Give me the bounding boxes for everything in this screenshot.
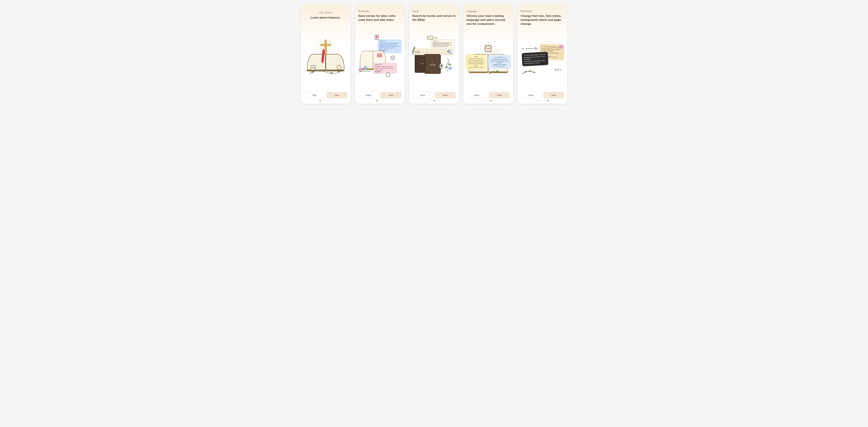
- highlight-marks: [377, 54, 382, 54]
- page-title: Search by books and verses in the Bible.: [412, 14, 456, 22]
- verse-reference: 2 Kings 8:3: [432, 40, 453, 42]
- add-notes-link[interactable]: Add Notes: [375, 71, 396, 72]
- svg-point-22: [412, 50, 414, 53]
- page-title: Learn about features.: [304, 16, 347, 20]
- svg-point-24: [496, 71, 499, 72]
- svg-point-20: [450, 68, 451, 68]
- notes-label: Additional Notes: [375, 69, 396, 71]
- magnifier-icon: [447, 50, 452, 54]
- leaf-decoration: [412, 43, 420, 55]
- svg-point-8: [360, 69, 361, 70]
- next-button[interactable]: Next: [489, 92, 510, 98]
- back-button[interactable]: Back: [358, 92, 379, 98]
- svg-point-23: [491, 71, 494, 73]
- page-dot[interactable]: [325, 100, 326, 101]
- page-dot[interactable]: [374, 100, 375, 101]
- illustration-features: xA: [304, 20, 347, 92]
- page-dot[interactable]: [331, 100, 332, 101]
- page-dot[interactable]: [488, 100, 489, 101]
- page-dot[interactable]: [485, 100, 486, 101]
- verse-number-tag: 1: [427, 36, 433, 39]
- page-dot[interactable]: [542, 100, 543, 101]
- font-size-small-icon: Aa: [522, 47, 524, 50]
- next-button[interactable]: Next: [435, 92, 456, 98]
- page-dot[interactable]: [328, 100, 329, 101]
- theme-preview-dark: 1 This is the genealogy of Jesus the Mes…: [522, 52, 549, 66]
- foliage-decoration: [521, 68, 536, 75]
- svg-point-14: [445, 66, 448, 68]
- page-dot[interactable]: [379, 100, 380, 101]
- onboarding-screen-2: Bookmarks Save verses for later, color c…: [355, 5, 405, 104]
- onboarding-screen-4: Languages Choose your main reading langu…: [463, 5, 513, 104]
- page-dot[interactable]: [319, 100, 321, 101]
- verse-text: Isaac the father of Jacob,: [467, 66, 485, 68]
- foliage-decoration: [488, 68, 503, 75]
- svg-point-15: [448, 63, 451, 65]
- verse-result-card: 2 Kings 8:3 3 At the end of the seven ye…: [431, 39, 455, 48]
- next-button[interactable]: Next: [327, 92, 347, 98]
- back-button[interactable]: Back: [466, 92, 487, 98]
- verse-text: 3 At the end of the seven years she came…: [432, 42, 453, 47]
- language-name: Български (Bulgarian): [490, 56, 509, 58]
- svg-point-0: [311, 71, 314, 73]
- language-bubble-bulgarian: Български (Bulgarian) 1 Родословието на …: [488, 55, 511, 68]
- language-name: English: [467, 56, 485, 57]
- flowers-decoration: [357, 64, 373, 73]
- book-result-b: 12 2 Kings: [425, 54, 440, 73]
- book-number: 12: [432, 61, 433, 63]
- verse-text: 2 Abraham was the father of Isaac,: [467, 63, 485, 66]
- vine-decoration: [442, 58, 454, 72]
- page-dot[interactable]: [322, 100, 323, 101]
- page-dot[interactable]: [428, 100, 429, 101]
- page-dot[interactable]: [545, 100, 546, 101]
- onboarding-screen-3: Search Search by books and verses in the…: [409, 5, 459, 104]
- section-label: Preferences: [521, 10, 564, 13]
- verse-text: Исаак роди Якова;: [490, 65, 509, 67]
- bookmark-icon: [375, 35, 379, 40]
- font-size-large-icon: Aa: [534, 47, 538, 50]
- page-indicator: [466, 100, 510, 101]
- page-dot[interactable]: [490, 100, 492, 101]
- book-title: 2 Kings: [429, 64, 436, 66]
- page-title: Save verses for later, color code them a…: [358, 14, 402, 22]
- verse-text: 1 This is the genealogy of Jesus the Mes…: [467, 58, 485, 63]
- page-dot[interactable]: [385, 100, 386, 101]
- skip-button[interactable]: Skip: [304, 92, 325, 98]
- illustration-search: 1 2 Kings 8:3 3 At the end of the seven …: [412, 22, 456, 92]
- cookie-icon: [391, 56, 395, 60]
- page-dot[interactable]: [539, 100, 540, 101]
- svg-point-1: [316, 70, 319, 72]
- svg-point-31: [529, 70, 532, 72]
- page-dot[interactable]: [376, 100, 378, 101]
- page-indicator: [304, 100, 347, 101]
- languages-icon: xA: [485, 45, 492, 52]
- next-button[interactable]: Next: [381, 92, 402, 98]
- page-dot[interactable]: [439, 100, 440, 101]
- page-dot[interactable]: [431, 100, 432, 101]
- page-indicator: [412, 100, 456, 101]
- back-button[interactable]: Back: [412, 92, 433, 98]
- page-dot[interactable]: [433, 100, 435, 101]
- page-dot[interactable]: [547, 100, 549, 101]
- page-dot[interactable]: [436, 100, 437, 101]
- page-dot[interactable]: [536, 100, 537, 101]
- section-label: Bookmarks: [358, 10, 402, 13]
- section-label: Search: [412, 10, 456, 13]
- verse-reference: Matthew 1:3: [375, 64, 396, 65]
- back-button[interactable]: Back: [521, 92, 541, 98]
- bookmark-note-pink: Matthew 1:3 3 Judah the father of Perez …: [373, 63, 397, 73]
- onboarding-screen-1: THE BIBLE Learn about features. xA: [301, 5, 351, 104]
- page-dot[interactable]: [482, 100, 483, 101]
- page-dot[interactable]: [382, 100, 383, 101]
- section-label: Languages: [466, 10, 510, 13]
- svg-point-2: [330, 72, 333, 74]
- page-dot[interactable]: [493, 100, 494, 101]
- svg-point-29: [561, 47, 562, 48]
- onboarding-gallery: THE BIBLE Learn about features. xA: [0, 0, 868, 109]
- page-indicator: [358, 100, 402, 101]
- font-style-label: SerifAa: [554, 68, 562, 71]
- onboarding-screen-5: Preferences Change font size, font style…: [517, 5, 567, 104]
- verse-text: 1 Родословието на Исуса Христа, син на Д…: [490, 59, 509, 64]
- start-button[interactable]: Start: [543, 92, 564, 98]
- svg-point-32: [532, 71, 535, 73]
